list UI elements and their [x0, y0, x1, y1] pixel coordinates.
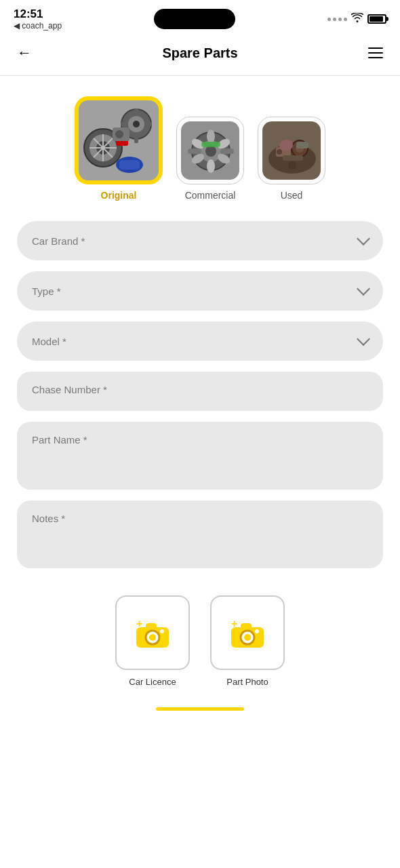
part-photo-button[interactable]: + Part Photo: [210, 595, 285, 687]
chase-number-input[interactable]: Chase Number *: [17, 372, 383, 411]
status-icons: [327, 13, 386, 25]
svg-rect-30: [201, 142, 220, 147]
header: ← Spare Parts: [0, 34, 400, 76]
svg-point-19: [115, 130, 123, 138]
category-original[interactable]: Original: [75, 96, 163, 201]
svg-rect-40: [296, 142, 308, 149]
part-name-input[interactable]: Part Name *: [17, 422, 383, 490]
model-chevron-icon: [357, 332, 370, 346]
used-parts-image: [262, 121, 321, 180]
menu-button[interactable]: [365, 44, 386, 62]
chase-number-label: Chase Number *: [32, 384, 107, 395]
car-licence-label: Car Licence: [129, 677, 176, 687]
bottom-indicator: [0, 707, 400, 717]
menu-icon-line2: [368, 52, 383, 54]
car-licence-box: +: [115, 595, 190, 670]
car-brand-dropdown[interactable]: Car Brand *: [17, 221, 383, 260]
svg-point-48: [149, 634, 156, 641]
type-label: Type *: [32, 285, 61, 297]
svg-rect-12: [134, 108, 138, 114]
svg-rect-13: [134, 138, 138, 143]
status-bar: 12:51 ◀ coach_app: [0, 0, 400, 34]
svg-point-43: [288, 161, 296, 170]
model-dropdown[interactable]: Model *: [17, 321, 383, 361]
svg-point-49: [160, 629, 164, 633]
category-used[interactable]: Used: [258, 117, 325, 201]
svg-point-23: [205, 146, 216, 157]
type-dropdown[interactable]: Type *: [17, 271, 383, 311]
category-used-image: [262, 121, 321, 180]
svg-rect-32: [220, 149, 234, 154]
svg-rect-38: [283, 155, 303, 161]
svg-point-55: [255, 629, 259, 633]
car-brand-label: Car Brand *: [32, 235, 85, 247]
svg-point-24: [207, 130, 215, 143]
form-section: Car Brand * Type * Model * Chase Number …: [0, 214, 400, 575]
page-title: Spare Parts: [162, 45, 237, 61]
part-photo-box: +: [210, 595, 285, 670]
svg-rect-31: [188, 149, 201, 154]
model-label: Model *: [32, 336, 66, 347]
part-name-label: Part Name *: [32, 434, 87, 446]
svg-rect-52: [241, 623, 252, 630]
part-photo-label: Part Photo: [226, 677, 268, 687]
svg-point-27: [207, 159, 215, 173]
category-commercial-frame: [176, 117, 244, 184]
battery-icon: [367, 14, 386, 24]
category-original-frame: [75, 96, 163, 184]
home-indicator: [156, 707, 244, 711]
notes-input[interactable]: Notes *: [17, 500, 383, 568]
photo-section: + Car Licence +: [0, 582, 400, 707]
wifi-icon: [351, 13, 363, 25]
category-used-label: Used: [281, 190, 303, 201]
svg-rect-15: [146, 122, 152, 126]
signal-icon: [327, 18, 347, 21]
part-photo-camera-icon: +: [228, 615, 266, 650]
notes-label: Notes *: [32, 513, 65, 524]
status-app: ◀ coach_app: [14, 21, 62, 31]
menu-icon-line3: [368, 57, 383, 58]
svg-point-11: [133, 121, 140, 127]
status-left: 12:51 ◀ coach_app: [14, 7, 62, 31]
category-commercial-image: [181, 121, 239, 180]
category-section: Original: [0, 76, 400, 214]
svg-point-42: [303, 155, 310, 162]
category-original-image: [79, 100, 159, 180]
svg-point-41: [277, 149, 282, 155]
svg-point-54: [244, 634, 251, 641]
category-commercial-label: Commercial: [185, 190, 236, 201]
svg-rect-46: [146, 623, 157, 630]
category-used-frame: [258, 117, 325, 184]
svg-rect-14: [121, 122, 126, 126]
car-licence-camera-icon: +: [134, 615, 172, 650]
svg-point-39: [279, 140, 293, 151]
menu-icon-line1: [368, 47, 383, 49]
type-chevron-icon: [357, 282, 370, 296]
category-commercial[interactable]: Commercial: [176, 117, 244, 201]
dynamic-island: [154, 9, 235, 29]
commercial-parts-image: [181, 121, 239, 180]
car-brand-chevron-icon: [357, 232, 370, 245]
status-time: 12:51: [14, 7, 62, 21]
car-licence-button[interactable]: + Car Licence: [115, 595, 190, 687]
svg-rect-17: [119, 160, 140, 170]
back-button[interactable]: ←: [14, 41, 35, 65]
category-original-label: Original: [101, 190, 137, 201]
original-parts-image: [79, 100, 159, 180]
